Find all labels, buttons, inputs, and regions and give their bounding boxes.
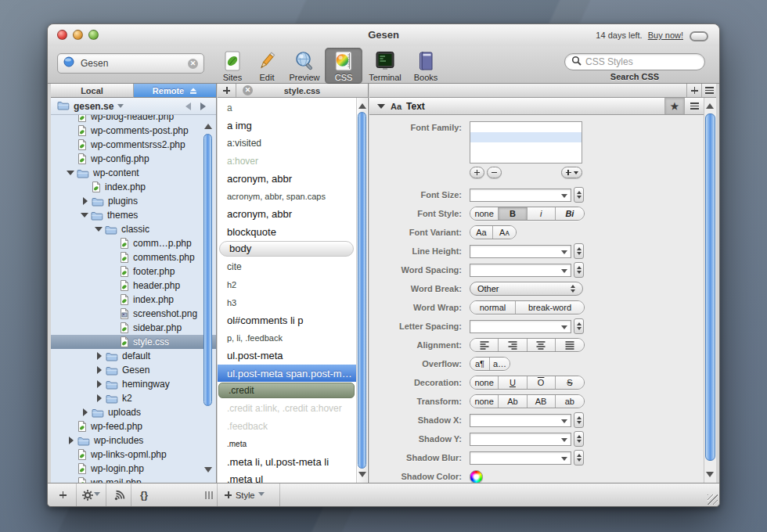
tree-item-comments-php[interactable]: comments.php xyxy=(51,250,216,264)
css-selector-row[interactable]: ul.post-meta span.post-m… xyxy=(218,365,356,382)
listbox-row[interactable] xyxy=(470,142,582,153)
new-tab-button[interactable] xyxy=(218,84,236,97)
window-resize-grip[interactable] xyxy=(708,494,718,505)
css-selector-row[interactable]: a img xyxy=(218,117,356,135)
overflow-option-a[interactable]: a… xyxy=(490,358,510,370)
css-selector-row[interactable]: acronym, abbr xyxy=(218,206,356,223)
inspector-scrollbar[interactable] xyxy=(704,98,716,483)
alignment-option-align-left[interactable] xyxy=(470,339,499,351)
add-font-button[interactable] xyxy=(470,167,484,178)
tree-item-header-php[interactable]: header.php xyxy=(51,279,216,293)
close-site-icon[interactable]: ✕ xyxy=(188,59,198,69)
transform-option-ab[interactable]: ab xyxy=(556,395,584,408)
back-arrow-icon[interactable] xyxy=(182,102,191,110)
listbox-row[interactable] xyxy=(470,122,582,132)
disclosure-triangle-icon[interactable] xyxy=(377,104,385,113)
letter-spacing-stepper[interactable] xyxy=(574,318,584,334)
letter-spacing-combo[interactable] xyxy=(470,320,571,333)
font-size-stepper[interactable] xyxy=(574,187,584,203)
add-font-menu-button[interactable] xyxy=(561,167,582,178)
disclosure-triangle-icon[interactable] xyxy=(97,380,106,388)
font-variant-option-aa[interactable]: Aa xyxy=(470,226,493,239)
scrollbar-thumb[interactable] xyxy=(203,134,212,406)
tree-item-screenshot-png[interactable]: screenshot.png xyxy=(51,307,216,321)
css-selector-row[interactable]: .meta li, ul.post-meta li xyxy=(218,453,356,470)
alignment-option-align-justify[interactable] xyxy=(556,339,584,351)
transform-option-ab[interactable]: AB xyxy=(528,395,556,408)
publish-button[interactable] xyxy=(109,483,129,506)
tree-item-wp-config-php[interactable]: wp-config.php xyxy=(51,152,216,166)
tree-item-index-php[interactable]: index.php xyxy=(51,293,216,307)
sidebar-tab-local[interactable]: Local xyxy=(51,84,134,98)
shadow-x-combo[interactable] xyxy=(470,414,571,427)
tree-item-uploads[interactable]: uploads xyxy=(51,405,216,419)
scrollbar-thumb[interactable] xyxy=(358,112,366,469)
action-menu-button[interactable] xyxy=(79,483,103,506)
tree-item-hemingway[interactable]: hemingway xyxy=(51,377,216,391)
shadow-color-well[interactable] xyxy=(470,470,483,483)
word-wrap-option-normal[interactable]: normal xyxy=(470,301,516,314)
shadow-x-stepper[interactable] xyxy=(574,412,584,428)
css-selector-row[interactable]: .credit a:link, .credit a:hover xyxy=(218,400,356,417)
toolbar-item-terminal[interactable]: Terminal xyxy=(362,48,408,84)
section-list-button[interactable] xyxy=(684,98,704,114)
css-selector-row[interactable]: ul.post-meta xyxy=(218,347,356,364)
shadow-y-stepper[interactable] xyxy=(574,431,584,447)
transform-option-none[interactable]: none xyxy=(470,395,499,408)
scroll-up-arrow[interactable] xyxy=(358,99,366,109)
scroll-up-arrow[interactable] xyxy=(204,120,212,129)
chevron-down-icon[interactable] xyxy=(117,104,124,111)
open-site-tab[interactable]: Gesen ✕ xyxy=(57,53,204,74)
css-selector-row[interactable]: cite xyxy=(218,258,356,275)
css-selector-row[interactable]: h2 xyxy=(218,276,356,293)
css-selector-row[interactable]: a:hover xyxy=(218,153,356,170)
tree-item-themes[interactable]: themes xyxy=(51,208,216,222)
scroll-down-arrow[interactable] xyxy=(706,472,714,481)
disclosure-triangle-icon[interactable] xyxy=(69,437,77,444)
stylesheet-tab[interactable]: ✕ style.css xyxy=(236,84,368,97)
css-selector-row[interactable]: ol#comments li p xyxy=(218,311,356,329)
css-list-scrollbar[interactable] xyxy=(356,98,367,483)
listbox-row[interactable] xyxy=(470,132,582,142)
tree-item-gesen[interactable]: Gesen xyxy=(51,363,216,377)
css-selector-row[interactable]: blockquote xyxy=(218,223,356,240)
title-bar[interactable]: Gesen 14 days left. Buy now! xyxy=(48,24,719,46)
css-selector-row[interactable]: acronym, abbr xyxy=(218,170,356,187)
disclosure-triangle-icon[interactable] xyxy=(81,213,88,221)
css-selector-row[interactable]: .feedback xyxy=(218,418,356,435)
tree-item-sidebar-php[interactable]: sidebar.php xyxy=(51,321,216,335)
tree-item-wp-comments-post-php[interactable]: wp-comments-post.php xyxy=(51,124,216,138)
tree-item-wp-commentsrss2-php[interactable]: wp-commentsrss2.php xyxy=(51,138,216,152)
toolbar-item-css[interactable]: CSS xyxy=(325,48,362,84)
css-selector-row[interactable]: .credit xyxy=(218,383,355,398)
toolbar-item-preview[interactable]: Preview xyxy=(284,48,325,84)
buy-now-link[interactable]: Buy now! xyxy=(648,31,683,40)
rule-list-button[interactable] xyxy=(701,84,716,97)
tree-item-wp-mail-php[interactable]: wp-mail.php xyxy=(51,476,216,483)
font-style-option-b[interactable]: B xyxy=(499,207,527,220)
font-style-option-none[interactable]: none xyxy=(470,207,499,220)
transform-option-ab[interactable]: Ab xyxy=(499,395,527,408)
remove-font-button[interactable] xyxy=(487,167,502,178)
css-selector-row[interactable]: .meta xyxy=(218,435,356,452)
sidebar-tab-remote[interactable]: Remote xyxy=(134,84,216,98)
tree-item-classic[interactable]: classic xyxy=(51,222,216,236)
css-selector-row[interactable]: p, li, .feedback xyxy=(218,329,356,347)
code-braces-button[interactable]: {} xyxy=(134,483,154,506)
shadow-blur-stepper[interactable] xyxy=(574,450,584,466)
word-spacing-stepper[interactable] xyxy=(574,262,584,278)
overflow-option-a[interactable]: a¶ xyxy=(470,358,490,370)
tree-item-footer-php[interactable]: footer.php xyxy=(51,264,216,279)
css-selector-row[interactable]: a xyxy=(218,99,356,117)
tree-item-style-css[interactable]: style.css xyxy=(51,335,216,349)
text-section-header[interactable]: Aa Text ★ xyxy=(369,98,704,115)
tree-item-wp-links-opml-php[interactable]: wp-links-opml.php xyxy=(51,448,216,462)
decoration-option-u[interactable]: U xyxy=(499,376,527,389)
word-spacing-combo[interactable] xyxy=(470,264,571,277)
font-style-option-i[interactable]: i xyxy=(528,207,556,220)
toolbar-toggle-button[interactable] xyxy=(690,31,708,41)
decoration-option-none[interactable]: none xyxy=(470,376,499,389)
tree-item-default[interactable]: default xyxy=(51,349,216,363)
disclosure-triangle-icon[interactable] xyxy=(83,408,92,416)
decoration-option-o[interactable]: O xyxy=(528,376,556,389)
